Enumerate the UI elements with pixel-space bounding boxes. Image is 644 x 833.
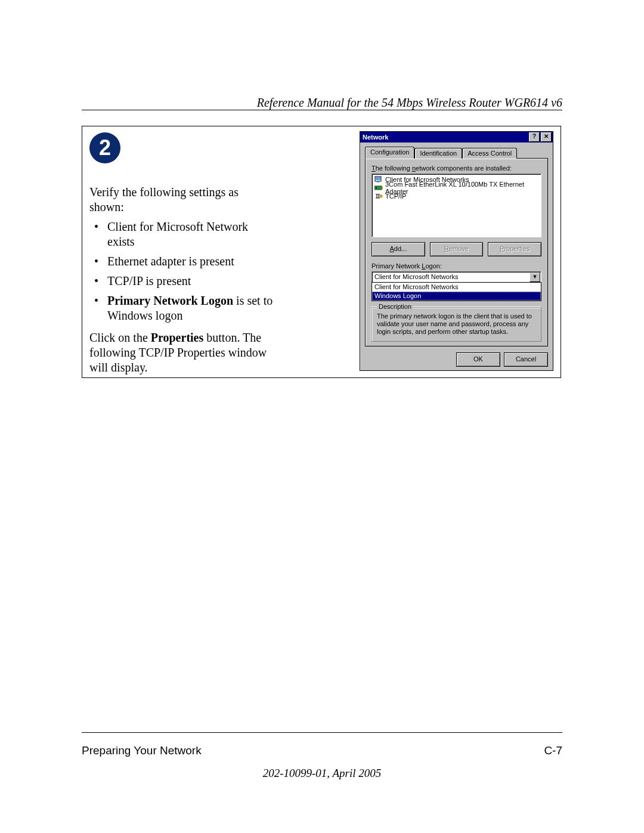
svg-point-10 (380, 195, 382, 197)
footer-section-title: Preparing Your Network (82, 744, 202, 757)
ok-button[interactable]: OK (456, 352, 500, 367)
dialog-titlebar[interactable]: Network ? ✕ (360, 132, 553, 143)
dialog-title: Network (363, 134, 528, 141)
footer-rule (82, 732, 562, 733)
step-outro: Click on the Properties button. The foll… (89, 330, 275, 375)
components-label: The following network components are ins… (371, 165, 541, 172)
tab-row: Configuration Identification Access Cont… (365, 146, 548, 158)
description-body: The primary network logon is the client … (377, 312, 536, 336)
description-groupbox: Description The primary network logon is… (371, 307, 541, 342)
description-title: Description (377, 303, 413, 310)
dialog-body: Configuration Identification Access Cont… (360, 143, 553, 370)
add-button[interactable]: Add... (371, 242, 425, 256)
step-text-column: 2 Verify the following settings as shown… (89, 132, 275, 375)
list-item-label: 3Com Fast EtherLink XL 10/100Mb TX Ether… (385, 181, 540, 195)
help-button[interactable]: ? (529, 132, 540, 142)
list-item: Ethernet adapter is present (89, 254, 275, 269)
list-item: Client for Microsoft Network exists (89, 219, 275, 249)
tab-configuration[interactable]: Configuration (365, 147, 414, 159)
close-button[interactable]: ✕ (541, 132, 552, 142)
footer-page-number: C-7 (544, 744, 562, 757)
page: Reference Manual for the 54 Mbps Wireles… (0, 0, 644, 833)
step-box: 2 Verify the following settings as shown… (82, 126, 561, 378)
verify-list: Client for Microsoft Network exists Ethe… (89, 219, 275, 323)
running-header: Reference Manual for the 54 Mbps Wireles… (257, 96, 562, 110)
cancel-button[interactable]: Cancel (504, 352, 548, 367)
tab-identification[interactable]: Identification (414, 148, 462, 159)
chevron-down-icon[interactable]: ▼ (530, 272, 540, 282)
remove-button[interactable]: Remove (430, 242, 484, 256)
list-item: TCP/IP is present (89, 274, 275, 289)
adapter-icon (374, 184, 383, 191)
step-intro: Verify the following settings as shown: (89, 185, 275, 215)
client-icon (374, 176, 383, 183)
tab-access-control[interactable]: Access Control (462, 148, 517, 159)
dialog-footer: OK Cancel (456, 352, 548, 367)
tab-panel-configuration: The following network components are ins… (365, 158, 548, 346)
combo-value: Client for Microsoft Networks (374, 273, 459, 280)
outro-prefix: Click on the (89, 331, 151, 344)
primary-logon-combo[interactable]: Client for Microsoft Networks ▼ Client f… (371, 271, 541, 283)
protocol-icon (374, 193, 383, 200)
network-dialog: Network ? ✕ Configuration Identification… (360, 131, 553, 371)
svg-rect-5 (376, 187, 377, 188)
combo-option-selected[interactable]: Windows Logon (372, 292, 541, 301)
properties-button[interactable]: Properties (488, 242, 541, 256)
header-rule (82, 110, 562, 110)
svg-rect-3 (374, 186, 382, 190)
list-item-label: TCP/IP (385, 193, 406, 200)
svg-rect-2 (377, 181, 379, 182)
components-listbox[interactable]: Client for Microsoft Networks 3Com Fast … (371, 174, 541, 237)
list-item[interactable]: 3Com Fast EtherLink XL 10/100Mb TX Ether… (373, 184, 540, 192)
combo-option[interactable]: Client for Microsoft Networks (372, 283, 541, 292)
list-item-bold: Primary Network Logon (107, 294, 233, 307)
footer-doc-id: 202-10099-01, April 2005 (0, 767, 644, 780)
list-item: Primary Network Logon is set to Windows … (89, 293, 275, 323)
step-badge: 2 (89, 132, 120, 163)
primary-logon-dropdown[interactable]: Client for Microsoft Networks Windows Lo… (371, 282, 541, 301)
svg-rect-4 (382, 187, 383, 189)
primary-logon-label: Primary Network Logon: (371, 262, 541, 270)
outro-bold: Properties (151, 331, 204, 344)
component-buttons: Add... Remove Properties (371, 242, 541, 256)
svg-rect-1 (376, 177, 380, 180)
